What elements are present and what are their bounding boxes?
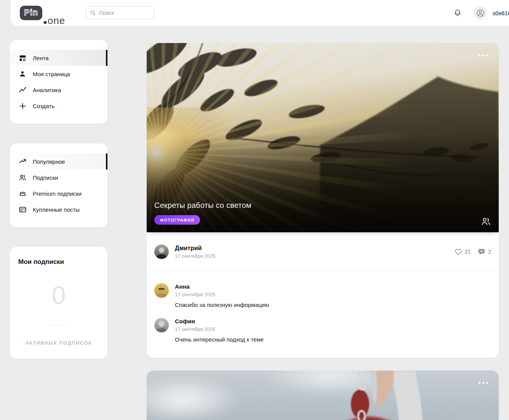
plus-icon bbox=[18, 102, 27, 110]
sidebar-item-popular[interactable]: Популярное bbox=[10, 153, 107, 169]
comment-text: Очень интересный подход к теме bbox=[175, 336, 264, 343]
category-badge[interactable]: ФОТОГРАФИЯ bbox=[154, 215, 200, 225]
sidebar-item-label: Premium подписки bbox=[33, 190, 82, 197]
subscriptions-title: Мои подписки bbox=[18, 258, 99, 266]
sidebar-item-label: Аналитика bbox=[33, 87, 61, 93]
like-count: 21 bbox=[465, 249, 471, 255]
feed-icon bbox=[18, 54, 27, 62]
post-menu-dots-icon[interactable] bbox=[477, 380, 490, 385]
comment-body: Анна 17 сентября 2025 Спасибо за полезну… bbox=[175, 283, 269, 308]
subscriptions-count: 0 bbox=[18, 283, 99, 308]
feed-column: Секреты работы со светом ФОТОГРАФИЯ bbox=[147, 43, 499, 420]
cover-figure bbox=[147, 370, 499, 420]
post-cover-image[interactable]: Секреты работы со светом ФОТОГРАФИЯ bbox=[147, 43, 499, 232]
comment-count: 2 bbox=[488, 249, 491, 255]
subscriptions-divider bbox=[47, 325, 70, 326]
subscriptions-caption: АКТИВНЫХ ПОДПИСОК bbox=[18, 340, 99, 346]
comment-body: София 17 сентября 2025 Очень интересный … bbox=[175, 318, 264, 343]
author-avatar[interactable] bbox=[154, 244, 169, 259]
like-heart-icon[interactable] bbox=[454, 248, 463, 256]
search-box bbox=[86, 6, 154, 19]
sidebar-item-label: Моя страница bbox=[33, 71, 70, 77]
sidebar-item-label: Подписки bbox=[33, 174, 58, 181]
credit-card-icon bbox=[18, 206, 27, 214]
post-date: 17 сентября 2025 bbox=[175, 253, 215, 259]
post-title: Секреты работы со светом bbox=[154, 201, 251, 210]
comment-text: Спасибо за полезную информацию bbox=[175, 302, 269, 308]
sidebar-item-create[interactable]: Создать bbox=[10, 98, 107, 114]
commenter-name: Анна bbox=[175, 283, 269, 290]
account-username[interactable]: s0x61i bbox=[493, 10, 509, 16]
comment-date: 17 сентября 2025 bbox=[175, 326, 264, 332]
sidebar-item-label: Популярное bbox=[33, 158, 65, 165]
sidebar-item-my-page[interactable]: Моя страница bbox=[10, 66, 107, 82]
top-header: Pin • one s0x61i bbox=[11, 0, 509, 26]
analytics-icon bbox=[18, 86, 27, 94]
comment-bubble-icon[interactable] bbox=[477, 248, 486, 256]
logo-dot: • bbox=[43, 20, 47, 25]
comment-item: София 17 сентября 2025 Очень интересный … bbox=[154, 318, 491, 343]
post-card: Секреты работы со светом ФОТОГРАФИЯ bbox=[147, 43, 499, 358]
header-right: s0x61i bbox=[453, 6, 509, 20]
account-avatar-icon[interactable] bbox=[474, 6, 487, 20]
sidebar-item-feed[interactable]: Лента bbox=[10, 50, 107, 66]
page-layout: Лента Моя страница bbox=[0, 26, 509, 420]
commenter-avatar[interactable] bbox=[154, 283, 169, 298]
commenter-name: София bbox=[175, 318, 264, 325]
search-icon bbox=[90, 10, 96, 16]
sidebar-item-subscriptions[interactable]: Подписки bbox=[10, 169, 107, 185]
sidebar-item-analytics[interactable]: Аналитика bbox=[10, 82, 107, 98]
logo-one-label: one bbox=[48, 16, 65, 25]
discover-menu-card: Популярное Подписки bbox=[10, 144, 107, 227]
person-icon bbox=[18, 70, 27, 78]
post-menu-dots-icon[interactable] bbox=[477, 53, 490, 58]
commenter-avatar[interactable] bbox=[154, 318, 169, 332]
author-name: Дмитрий bbox=[175, 245, 215, 252]
sidebar-item-purchased[interactable]: Купленные посты bbox=[10, 201, 107, 217]
sidebar: Лента Моя страница bbox=[10, 40, 107, 359]
comments-section: Анна 17 сентября 2025 Спасибо за полезну… bbox=[147, 271, 499, 358]
post-card bbox=[147, 370, 499, 420]
comment-item: Анна 17 сентября 2025 Спасибо за полезну… bbox=[154, 283, 491, 308]
post-meta-row: Дмитрий 17 сентября 2025 21 bbox=[147, 232, 499, 271]
crown-icon bbox=[18, 190, 27, 198]
post-cover-image[interactable] bbox=[147, 370, 499, 420]
sidebar-item-label: Купленные посты bbox=[33, 206, 80, 213]
comment-date: 17 сентября 2025 bbox=[175, 292, 269, 297]
sidebar-item-label: Создать bbox=[33, 103, 54, 109]
my-subscriptions-card: Мои подписки 0 АКТИВНЫХ ПОДПИСОК bbox=[10, 247, 107, 359]
audience-users-icon[interactable] bbox=[481, 216, 491, 227]
post-actions: 21 2 bbox=[454, 248, 491, 256]
sidebar-item-premium[interactable]: Premium подписки bbox=[10, 185, 107, 201]
sidebar-item-label: Лента bbox=[33, 55, 49, 61]
logo-pin-box: Pin bbox=[20, 6, 42, 20]
users-icon bbox=[18, 174, 27, 182]
logo-suffix: • one bbox=[43, 16, 65, 25]
main-menu-card: Лента Моя страница bbox=[10, 40, 107, 124]
trending-icon bbox=[18, 158, 27, 166]
app-logo[interactable]: Pin • one bbox=[20, 6, 65, 20]
author-info: Дмитрий 17 сентября 2025 bbox=[175, 245, 215, 259]
bell-icon[interactable] bbox=[453, 8, 462, 18]
